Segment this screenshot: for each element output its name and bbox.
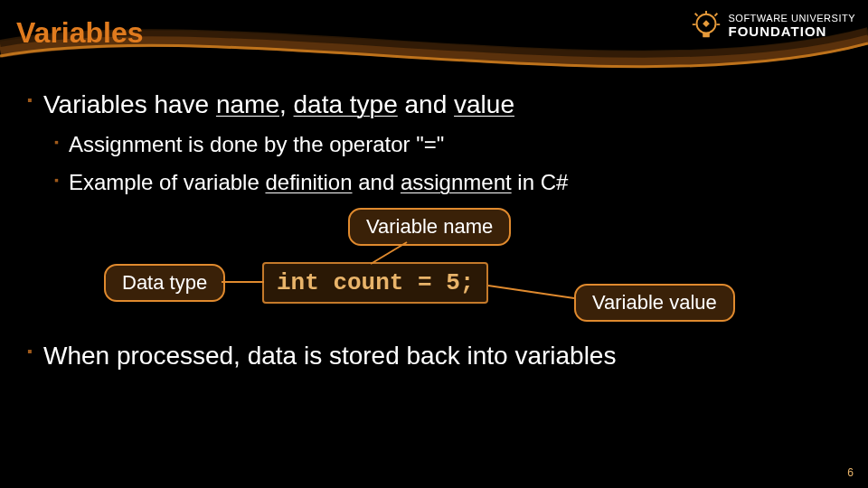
connector-lines [63, 208, 805, 334]
svg-rect-1 [703, 33, 710, 38]
page-number: 6 [847, 466, 854, 479]
slide-title: Variables [16, 16, 144, 50]
logo-bulb-icon [689, 9, 723, 43]
logo-line2: FOUNDATION [729, 24, 856, 39]
bullet-last: When processed, data is stored back into… [27, 342, 841, 371]
logo: SOFTWARE UNIVERSITY FOUNDATION [689, 9, 856, 43]
svg-line-2 [371, 242, 407, 264]
code-diagram: Variable name Data type Variable value i… [63, 208, 805, 334]
bullet-1: Variables have name, data type and value [27, 90, 841, 119]
bullet-2b: Example of variable definition and assig… [54, 170, 841, 195]
svg-line-4 [488, 286, 574, 298]
slide-content: Variables have name, data type and value… [27, 90, 841, 383]
bullet-2a: Assignment is done by the operator "=" [54, 132, 841, 157]
